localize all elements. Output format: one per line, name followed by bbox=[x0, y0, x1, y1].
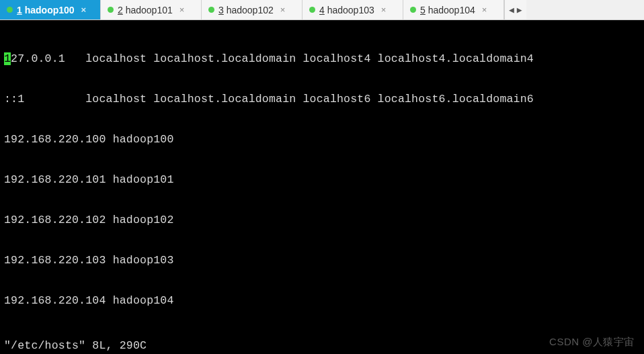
file-line: 127.0.0.1 localhost localhost.localdomai… bbox=[4, 52, 640, 66]
close-icon[interactable]: × bbox=[280, 5, 286, 15]
tab-label: 3 hadoop102 bbox=[218, 5, 274, 15]
status-dot-icon bbox=[208, 7, 214, 13]
file-line: ::1 localhost localhost.localdomain loca… bbox=[4, 93, 640, 106]
tab-label: 1 hadoop100 bbox=[17, 5, 75, 15]
terminal-pane[interactable]: 127.0.0.1 localhost localhost.localdomai… bbox=[0, 20, 644, 354]
status-dot-icon bbox=[108, 7, 114, 13]
watermark: CSDN @人猿宇宙 bbox=[549, 335, 635, 349]
status-dot-icon bbox=[410, 7, 416, 13]
tab-hadoop103[interactable]: 4 hadoop103 × bbox=[303, 0, 403, 19]
vim-status-line: "/etc/hosts" 8L, 290C bbox=[4, 339, 147, 353]
tab-label: 4 hadoop103 bbox=[319, 5, 374, 15]
close-icon[interactable]: × bbox=[179, 5, 185, 15]
file-line: 192.168.220.101 hadoop101 bbox=[4, 173, 640, 187]
tab-scroll-controls: ◀ ▶ bbox=[504, 0, 526, 19]
scroll-left-icon[interactable]: ◀ bbox=[509, 5, 514, 15]
tab-bar: 1 hadoop100 × 2 hadoop101 × 3 hadoop102 … bbox=[0, 0, 644, 20]
close-icon[interactable]: × bbox=[81, 5, 87, 15]
close-icon[interactable]: × bbox=[381, 5, 387, 15]
cursor: 1 bbox=[4, 52, 11, 65]
tab-label: 5 hadoop104 bbox=[420, 5, 475, 15]
close-icon[interactable]: × bbox=[482, 5, 487, 15]
tab-hadoop100[interactable]: 1 hadoop100 × bbox=[0, 0, 101, 19]
file-line: 192.168.220.104 hadoop104 bbox=[4, 294, 640, 308]
file-line: 192.168.220.100 hadoop100 bbox=[4, 133, 640, 146]
tab-hadoop101[interactable]: 2 hadoop101 × bbox=[101, 0, 202, 19]
tab-hadoop104[interactable]: 5 hadoop104 × bbox=[403, 0, 504, 19]
tab-hadoop102[interactable]: 3 hadoop102 × bbox=[202, 0, 303, 19]
tab-label: 2 hadoop101 bbox=[118, 5, 173, 15]
status-dot-icon bbox=[7, 7, 13, 13]
file-line: 192.168.220.102 hadoop102 bbox=[4, 214, 640, 227]
scroll-right-icon[interactable]: ▶ bbox=[517, 5, 522, 15]
status-dot-icon bbox=[309, 7, 315, 13]
file-line: 192.168.220.103 hadoop103 bbox=[4, 254, 640, 267]
